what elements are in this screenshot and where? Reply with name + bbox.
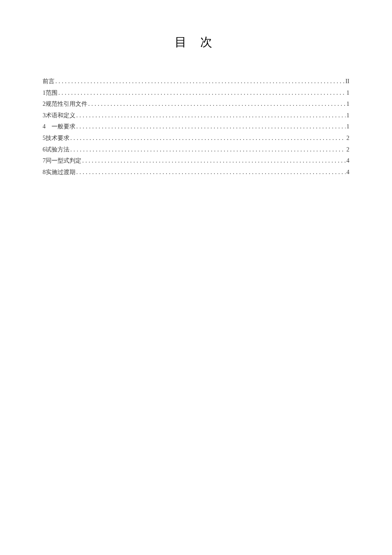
toc-page-number: 1 [346,121,349,133]
toc-label: 5技术要求 [43,133,69,144]
toc-label: 4 一般要求 [43,121,75,133]
toc-page-number: II [346,76,349,87]
toc-entry: 2规范性引用文件 1 [43,99,349,110]
toc-label: 3术语和定义 [43,110,75,122]
toc-leader-dots [76,167,346,178]
toc-entry: 5技术要求 2 [43,133,349,144]
toc-leader-dots [58,87,346,99]
toc-page-number: 4 [346,167,349,178]
toc-entry: 6试验方法 2 [43,144,349,156]
toc-page-number: 1 [346,110,349,122]
toc-page-number: 2 [346,144,349,156]
toc-leader-dots [88,99,346,110]
toc-page-number: 2 [346,133,349,144]
toc-label: 1范围 [43,87,58,99]
toc-page-number: 1 [346,87,349,99]
toc-leader-dots [76,110,346,122]
toc-label: 前言 [43,76,55,87]
toc-label: 6试验方法 [43,144,69,156]
toc-entry: 7同一型式判定 4 [43,155,349,167]
toc-leader-dots [70,144,346,156]
toc-label: 2规范性引用文件 [43,99,87,110]
toc-entry: 前言 II [43,76,349,87]
toc-entry: 3术语和定义 1 [43,110,349,122]
toc-leader-dots [70,133,346,144]
toc-entry: 1范围 1 [43,87,349,99]
toc-page-number: 4 [346,155,349,167]
toc-page-number: 1 [346,99,349,110]
toc-entry: 8实施过渡期 4 [43,167,349,178]
toc-leader-dots [76,121,346,133]
toc-leader-dots [82,155,346,167]
toc-entry: 4 一般要求 1 [43,121,349,133]
toc-leader-dots [55,76,345,87]
page-title: 目 次 [43,34,349,50]
toc-label: 7同一型式判定 [43,155,81,167]
toc-label: 8实施过渡期 [43,167,75,178]
table-of-contents: 前言 II 1范围 1 2规范性引用文件 1 3术语和定义 1 4 一般要求 1… [43,76,349,178]
